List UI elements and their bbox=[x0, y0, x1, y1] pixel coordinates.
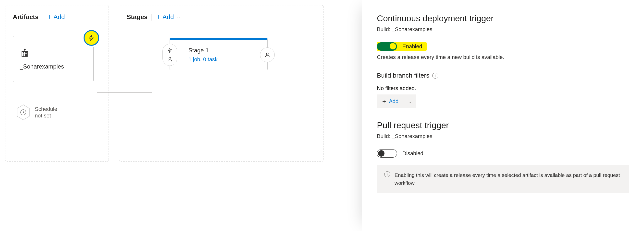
svg-point-8 bbox=[266, 53, 268, 55]
pr-trigger-info-text: Enabling this will create a release ever… bbox=[394, 171, 622, 187]
stage-jobs-link[interactable]: 1 job, 0 task bbox=[188, 56, 249, 63]
artifacts-add-label: Add bbox=[54, 13, 65, 21]
cd-trigger-heading: Continuous deployment trigger bbox=[377, 13, 629, 23]
branch-filters-section: Build branch filters i bbox=[377, 72, 629, 79]
plus-icon: + bbox=[156, 13, 161, 21]
cd-trigger-toggle-row: Enabled bbox=[377, 42, 427, 51]
build-icon bbox=[20, 48, 86, 59]
pr-trigger-info-box: i Enabling this will create a release ev… bbox=[377, 165, 629, 193]
schedule-label: Schedule not set bbox=[35, 106, 57, 119]
svg-rect-0 bbox=[22, 51, 28, 56]
cd-trigger-build-label: Build: _Sonarexamples bbox=[377, 26, 629, 32]
pr-trigger-toggle-row: Disabled bbox=[377, 149, 629, 158]
clock-icon bbox=[16, 104, 30, 120]
person-icon bbox=[167, 56, 173, 62]
stages-panel: Stages | + Add ⌄ Stage 1 1 job, 0 task bbox=[119, 5, 324, 162]
artifact-card[interactable]: _Sonarexamples bbox=[13, 36, 94, 82]
branch-filters-empty: No filters added. bbox=[377, 85, 629, 91]
branch-filter-add-label: Add bbox=[389, 98, 398, 104]
stage-pre-conditions-badge[interactable] bbox=[162, 44, 177, 66]
info-icon: i bbox=[384, 171, 390, 177]
branch-filter-add-button[interactable]: + Add bbox=[377, 98, 404, 105]
cd-trigger-toggle[interactable] bbox=[377, 42, 397, 51]
svg-rect-3 bbox=[23, 52, 24, 53]
svg-rect-1 bbox=[23, 54, 24, 56]
pr-trigger-toggle[interactable] bbox=[377, 149, 397, 158]
pipeline-canvas: Artifacts | + Add bbox=[0, 0, 362, 231]
stages-header: Stages | + Add ⌄ bbox=[127, 13, 316, 21]
stage-card[interactable]: Stage 1 1 job, 0 task bbox=[170, 38, 268, 70]
artifacts-add-button[interactable]: + Add bbox=[47, 13, 65, 21]
svg-rect-4 bbox=[26, 52, 26, 53]
stages-add-label: Add bbox=[162, 13, 174, 21]
artifacts-header: Artifacts | + Add bbox=[13, 13, 101, 21]
branch-filter-add-splitbutton: + Add ⌄ bbox=[377, 94, 416, 108]
person-icon bbox=[264, 52, 270, 58]
trigger-settings-panel: × Continuous deployment trigger Build: _… bbox=[362, 0, 644, 231]
cd-trigger-toggle-label: Enabled bbox=[402, 43, 422, 50]
cd-trigger-description: Creates a release every time a new build… bbox=[377, 54, 629, 60]
artifacts-title: Artifacts bbox=[13, 13, 38, 21]
artifact-name: _Sonarexamples bbox=[20, 63, 86, 70]
plus-icon: + bbox=[382, 98, 386, 105]
artifact-trigger-badge[interactable] bbox=[84, 30, 99, 46]
stages-add-button[interactable]: + Add ⌄ bbox=[156, 13, 180, 21]
plus-icon: + bbox=[47, 13, 52, 21]
info-icon[interactable]: i bbox=[432, 73, 438, 79]
pr-trigger-build-label: Build: _Sonarexamples bbox=[377, 133, 629, 140]
artifacts-panel: Artifacts | + Add bbox=[5, 5, 109, 162]
pr-trigger-toggle-label: Disabled bbox=[402, 150, 424, 157]
chevron-down-icon: ⌄ bbox=[177, 14, 180, 19]
schedule-button[interactable]: Schedule not set bbox=[16, 104, 101, 120]
lightning-icon bbox=[167, 47, 173, 53]
stage-post-conditions-badge[interactable] bbox=[260, 47, 275, 62]
pr-trigger-heading: Pull request trigger bbox=[377, 120, 629, 130]
svg-point-7 bbox=[169, 57, 171, 59]
branch-filters-heading: Build branch filters bbox=[377, 72, 429, 79]
stage-title: Stage 1 bbox=[188, 47, 249, 54]
svg-rect-2 bbox=[26, 54, 26, 56]
lightning-icon bbox=[88, 34, 95, 41]
branch-filter-add-dropdown[interactable]: ⌄ bbox=[404, 99, 416, 104]
separator: | bbox=[151, 13, 153, 21]
separator: | bbox=[42, 13, 44, 21]
stages-title: Stages bbox=[127, 13, 148, 21]
